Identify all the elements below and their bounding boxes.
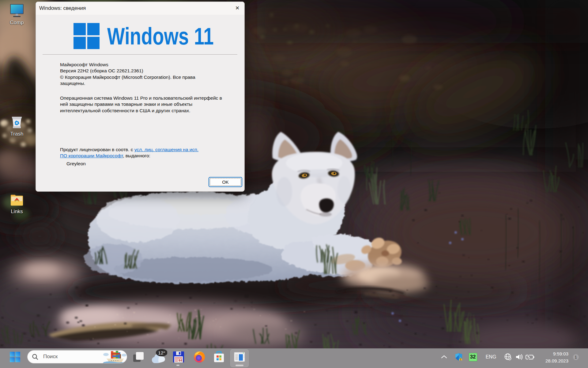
svg-text:Windows 11: Windows 11 bbox=[107, 23, 214, 50]
svg-text:12°: 12° bbox=[158, 350, 165, 355]
svg-text:64:: 64: bbox=[179, 359, 184, 362]
